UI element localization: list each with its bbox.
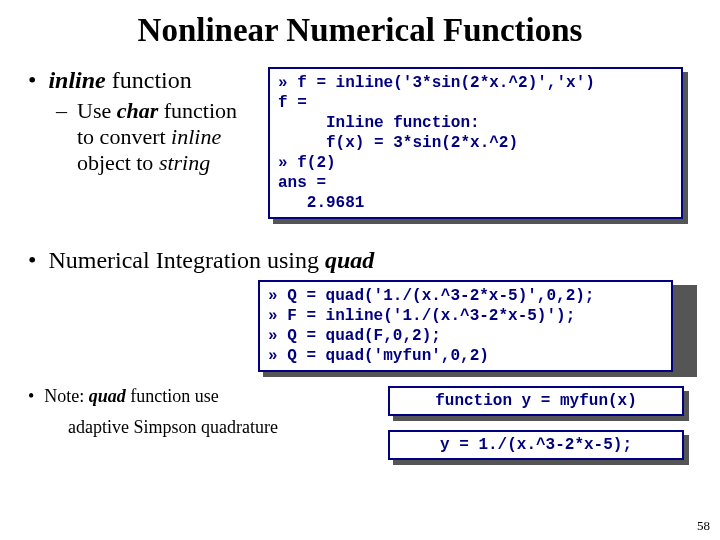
top-section: • inline function – Use char function to…: [28, 67, 692, 219]
top-left-column: • inline function – Use char function to…: [28, 67, 268, 176]
bullet-dot: •: [28, 247, 36, 274]
codebox2-wrapper: » Q = quad('1./(x.^3-2*x-5)',0,2); » F =…: [258, 280, 692, 372]
bullet2-text: Use char function to convert inline obje…: [77, 98, 256, 176]
b2p2: char: [117, 98, 159, 123]
bullet1-text: inline function: [48, 67, 191, 94]
b2p6: string: [159, 150, 210, 175]
bottom-row: • Note: quad function use adaptive Simps…: [28, 386, 692, 460]
note-text: Note: quad function use: [44, 386, 219, 407]
np2: quad: [89, 386, 126, 406]
bullet-dot: •: [28, 67, 36, 94]
bullet-note: • Note: quad function use: [28, 386, 388, 407]
right-codeboxes: function y = myfun(x) y = 1./(x.^3-2*x-5…: [388, 386, 684, 460]
content-area: • inline function – Use char function to…: [0, 67, 720, 460]
note-line2: adaptive Simpson quadrature: [68, 417, 388, 438]
bullet-dot: •: [28, 386, 34, 407]
bullet-dash: –: [56, 98, 67, 124]
page-title: Nonlinear Numerical Functions: [0, 12, 720, 49]
np3: function use: [126, 386, 219, 406]
b3p1: Numerical Integration using: [48, 247, 325, 273]
bullet3-text: Numerical Integration using quad: [48, 247, 374, 274]
bullet-numerical-integration: • Numerical Integration using quad: [28, 247, 692, 274]
bullet1-suffix: function: [106, 67, 192, 93]
section-numerical-integration: • Numerical Integration using quad » Q =…: [28, 247, 692, 372]
codebox-inline-example: » f = inline('3*sin(2*x.^2)','x') f = In…: [268, 67, 683, 219]
b2p5: object to: [77, 150, 159, 175]
codebox-function-body: y = 1./(x.^3-2*x-5);: [388, 430, 684, 460]
b2p4: inline: [171, 124, 221, 149]
note-column: • Note: quad function use adaptive Simps…: [28, 386, 388, 438]
b3p2: quad: [325, 247, 374, 273]
codebox4-wrapper: y = 1./(x.^3-2*x-5);: [388, 430, 684, 460]
codebox-quad-example: » Q = quad('1./(x.^3-2*x-5)',0,2); » F =…: [258, 280, 673, 372]
page-number: 58: [697, 518, 710, 534]
np1: Note:: [44, 386, 89, 406]
bullet-use-char: – Use char function to convert inline ob…: [56, 98, 256, 176]
bullet1-inline-word: inline: [48, 67, 105, 93]
codebox-function-decl: function y = myfun(x): [388, 386, 684, 416]
codebox1-wrapper: » f = inline('3*sin(2*x.^2)','x') f = In…: [268, 67, 683, 219]
b2p1: Use: [77, 98, 117, 123]
codebox3-wrapper: function y = myfun(x): [388, 386, 684, 416]
bullet-inline-function: • inline function: [28, 67, 268, 94]
